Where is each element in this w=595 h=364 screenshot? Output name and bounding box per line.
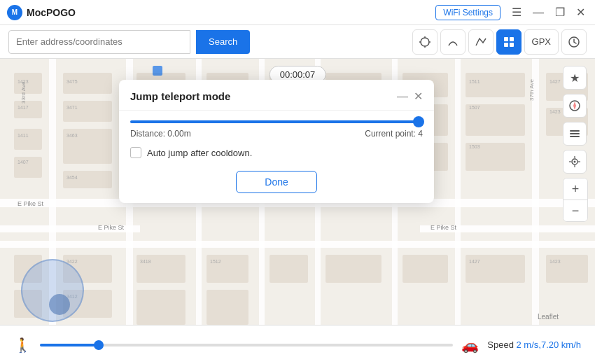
svg-rect-63 — [402, 255, 448, 283]
walk-icon: 🚶 — [14, 337, 31, 354]
svg-rect-60 — [206, 290, 248, 325]
modal-slider-track[interactable] — [130, 120, 423, 123]
auto-jump-label: Auto jump after cooldown. — [147, 148, 252, 158]
joystick-inner — [49, 294, 70, 315]
modal-done-row: Done — [130, 171, 423, 193]
joystick[interactable] — [21, 259, 84, 322]
svg-rect-7 — [504, 43, 508, 47]
jump-teleport-icon — [503, 36, 515, 48]
svg-point-0 — [421, 38, 429, 46]
speed-bar: 🚶 🚗 Speed 2 m/s,7.20 km/h — [0, 325, 595, 364]
toolbar: Search — [0, 25, 595, 59]
route-icon — [447, 36, 459, 48]
menu-icon[interactable]: ☰ — [509, 4, 524, 20]
multi-route-icon — [475, 36, 487, 48]
history-button[interactable] — [561, 29, 587, 55]
svg-rect-61 — [270, 255, 308, 283]
toolbar-icons: GPX — [412, 29, 587, 55]
svg-text:1512: 1512 — [210, 259, 221, 264]
modal-done-button[interactable]: Done — [236, 171, 316, 193]
modal-header: Jump teleport mode — ✕ — [119, 80, 434, 111]
zoom-in-button[interactable]: + — [564, 178, 587, 200]
favorites-button[interactable]: ★ — [563, 66, 587, 90]
svg-rect-28 — [63, 101, 112, 122]
svg-text:E Pike St: E Pike St — [18, 200, 44, 207]
modal-body: Distance: 0.00m Current point: 4 Auto ju… — [119, 111, 434, 203]
title-bar: M MocPOGO WiFi Settings ☰ — ❐ ✕ — [0, 0, 595, 25]
layers-button[interactable] — [563, 122, 587, 146]
logo-icon: M — [7, 5, 22, 20]
svg-text:3418: 3418 — [140, 259, 151, 264]
maximize-icon[interactable]: ❐ — [552, 4, 568, 20]
svg-text:1411: 1411 — [18, 133, 29, 138]
wifi-settings-button[interactable]: WiFi Settings — [435, 5, 500, 20]
auto-jump-checkbox[interactable] — [130, 147, 141, 158]
crosshair-button[interactable] — [412, 29, 438, 55]
svg-rect-108 — [570, 136, 580, 137]
zoom-out-button[interactable]: − — [564, 200, 587, 221]
svg-point-110 — [574, 161, 576, 163]
svg-text:3463: 3463 — [66, 133, 78, 138]
clock-icon — [568, 36, 580, 48]
jump-teleport-button[interactable] — [496, 29, 522, 55]
svg-text:3454: 3454 — [66, 175, 78, 180]
compass-icon — [568, 99, 581, 112]
multi-route-button[interactable] — [468, 29, 493, 55]
app-logo: M MocPOGO — [7, 5, 76, 20]
modal-header-controls: — ✕ — [397, 90, 423, 103]
modal-title: Jump teleport mode — [130, 90, 230, 102]
route-button[interactable] — [440, 29, 465, 55]
svg-rect-58 — [136, 290, 186, 325]
svg-text:1423: 1423 — [550, 259, 561, 264]
timer-value: 00:00:07 — [280, 69, 316, 80]
modal-minimize-button[interactable]: — — [397, 90, 408, 103]
close-icon[interactable]: ✕ — [573, 4, 588, 20]
svg-rect-25 — [14, 129, 42, 150]
speed-slider-wrap — [40, 344, 453, 346]
leaflet-label: Leaflet — [538, 313, 559, 321]
minimize-icon[interactable]: — — [530, 5, 547, 20]
svg-text:1503: 1503 — [469, 144, 480, 149]
zoom-group: + − — [563, 178, 588, 222]
svg-text:1423: 1423 — [550, 109, 561, 114]
compass-button[interactable] — [563, 94, 587, 118]
svg-text:1511: 1511 — [469, 79, 480, 84]
modal-slider-info: Distance: 0.00m Current point: 4 — [130, 129, 423, 139]
svg-text:1507: 1507 — [469, 105, 480, 110]
svg-rect-12 — [0, 241, 595, 248]
modal-close-button[interactable]: ✕ — [414, 90, 423, 103]
crosshair-icon — [419, 36, 431, 48]
map-area[interactable]: E Pike St E Pike St E Pike St 33rd Ave 3… — [0, 59, 595, 364]
gpx-button[interactable]: GPX — [524, 29, 559, 55]
svg-text:1427: 1427 — [469, 259, 480, 264]
svg-text:E Pike St: E Pike St — [98, 224, 125, 231]
search-button[interactable]: Search — [196, 30, 250, 54]
svg-rect-47 — [465, 73, 525, 97]
search-input[interactable] — [8, 30, 190, 54]
svg-rect-66 — [153, 66, 162, 76]
svg-text:33rd Ave: 33rd Ave — [20, 81, 27, 104]
target-icon — [568, 155, 581, 168]
svg-text:3475: 3475 — [66, 79, 78, 84]
window-controls: ☰ — ❐ ✕ — [509, 4, 588, 20]
svg-text:3471: 3471 — [66, 105, 78, 110]
app-title: MocPOGO — [27, 7, 76, 18]
speed-value: 2 m/s,7.20 km/h — [517, 340, 581, 350]
locate-button[interactable] — [563, 150, 587, 174]
jump-teleport-modal: Jump teleport mode — ✕ Distance: 0.00m C… — [119, 80, 434, 203]
speed-slider[interactable] — [40, 344, 453, 346]
svg-rect-8 — [510, 43, 514, 47]
svg-rect-6 — [510, 37, 514, 41]
speed-slider-thumb — [94, 340, 104, 350]
speed-label: Speed 2 m/s,7.20 km/h — [487, 340, 581, 350]
modal-slider-wrap — [130, 120, 423, 123]
svg-rect-21 — [455, 59, 461, 364]
svg-rect-107 — [570, 133, 580, 134]
layers-icon — [568, 127, 581, 140]
car-icon: 🚗 — [461, 337, 479, 354]
svg-text:1427: 1427 — [550, 79, 561, 84]
svg-text:1417: 1417 — [18, 105, 29, 110]
svg-rect-62 — [326, 255, 382, 283]
svg-text:1407: 1407 — [18, 160, 29, 164]
svg-marker-105 — [573, 102, 576, 110]
